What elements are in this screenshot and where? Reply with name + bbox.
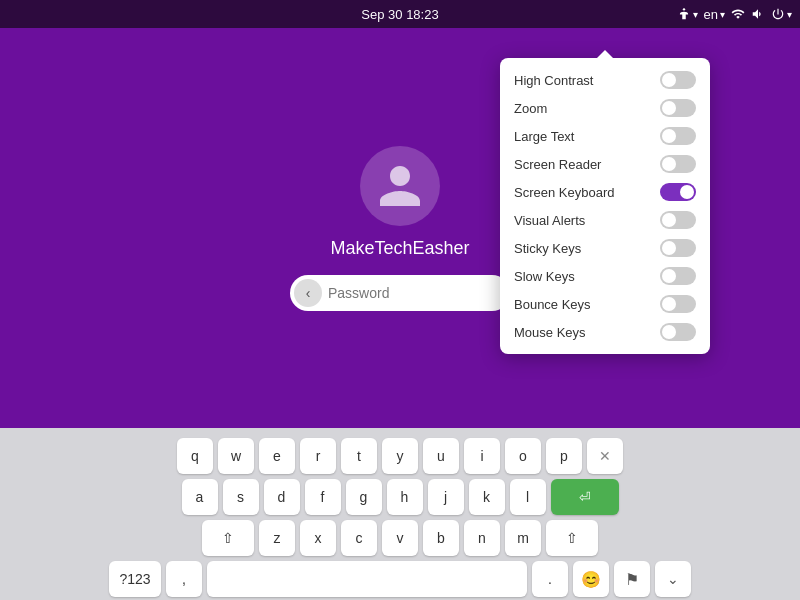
avatar (360, 146, 440, 226)
keyboard-row-4: ?123 , . 😊 ⚑ ⌄ (8, 561, 792, 597)
language-button[interactable]: en ▾ (704, 7, 725, 22)
key-p[interactable]: p (546, 438, 582, 474)
a11y-row-zoom: Zoom (500, 94, 710, 122)
volume-icon[interactable] (751, 7, 765, 21)
key-h[interactable]: h (387, 479, 423, 515)
a11y-toggle-large-text[interactable] (660, 127, 696, 145)
a11y-toggle-slow-keys[interactable] (660, 267, 696, 285)
keyboard-row-3: ⇧ z x c v b n m ⇧ (8, 520, 792, 556)
accessibility-menu-button[interactable]: ▾ (677, 7, 698, 21)
a11y-label-slow-keys: Slow Keys (514, 269, 575, 284)
key-shift-left[interactable]: ⇧ (202, 520, 254, 556)
a11y-toggle-bounce-keys[interactable] (660, 295, 696, 313)
a11y-toggle-zoom[interactable] (660, 99, 696, 117)
keyboard-area: q w e r t y u i o p ✕ a s d f g h j k l … (0, 428, 800, 600)
key-j[interactable]: j (428, 479, 464, 515)
topbar-right: ▾ en ▾ ▾ (677, 7, 792, 22)
key-b[interactable]: b (423, 520, 459, 556)
key-u[interactable]: u (423, 438, 459, 474)
a11y-label-sticky-keys: Sticky Keys (514, 241, 581, 256)
key-i[interactable]: i (464, 438, 500, 474)
key-f[interactable]: f (305, 479, 341, 515)
a11y-label-bounce-keys: Bounce Keys (514, 297, 591, 312)
accessibility-dropdown: High ContrastZoomLarge TextScreen Reader… (500, 58, 710, 354)
key-comma[interactable]: , (166, 561, 202, 597)
username-label: MakeTechEasher (330, 238, 469, 259)
key-shift-right[interactable]: ⇧ (546, 520, 598, 556)
key-s[interactable]: s (223, 479, 259, 515)
key-a[interactable]: a (182, 479, 218, 515)
key-z[interactable]: z (259, 520, 295, 556)
key-e[interactable]: e (259, 438, 295, 474)
key-d[interactable]: d (264, 479, 300, 515)
key-enter[interactable]: ⏎ (551, 479, 619, 515)
a11y-row-large-text: Large Text (500, 122, 710, 150)
key-hide-keyboard[interactable]: ⌄ (655, 561, 691, 597)
a11y-label-screen-keyboard: Screen Keyboard (514, 185, 614, 200)
key-y[interactable]: y (382, 438, 418, 474)
a11y-toggle-screen-reader[interactable] (660, 155, 696, 173)
a11y-toggle-visual-alerts[interactable] (660, 211, 696, 229)
a11y-label-screen-reader: Screen Reader (514, 157, 601, 172)
a11y-label-large-text: Large Text (514, 129, 574, 144)
a11y-row-screen-reader: Screen Reader (500, 150, 710, 178)
key-c[interactable]: c (341, 520, 377, 556)
key-r[interactable]: r (300, 438, 336, 474)
a11y-row-mouse-keys: Mouse Keys (500, 318, 710, 346)
topbar: Sep 30 18:23 ▾ en ▾ ▾ (0, 0, 800, 28)
a11y-row-high-contrast: High Contrast (500, 66, 710, 94)
a11y-toggle-mouse-keys[interactable] (660, 323, 696, 341)
key-v[interactable]: v (382, 520, 418, 556)
key-n[interactable]: n (464, 520, 500, 556)
a11y-label-zoom: Zoom (514, 101, 547, 116)
network-icon[interactable] (731, 7, 745, 21)
key-k[interactable]: k (469, 479, 505, 515)
password-row: ‹ 👁 (290, 275, 510, 311)
key-g[interactable]: g (346, 479, 382, 515)
power-icon[interactable]: ▾ (771, 7, 792, 21)
back-button[interactable]: ‹ (294, 279, 322, 307)
a11y-label-high-contrast: High Contrast (514, 73, 593, 88)
key-emoji[interactable]: 😊 (573, 561, 609, 597)
a11y-row-sticky-keys: Sticky Keys (500, 234, 710, 262)
a11y-row-bounce-keys: Bounce Keys (500, 290, 710, 318)
key-backspace[interactable]: ✕ (587, 438, 623, 474)
a11y-toggle-screen-keyboard[interactable] (660, 183, 696, 201)
a11y-toggle-sticky-keys[interactable] (660, 239, 696, 257)
a11y-row-visual-alerts: Visual Alerts (500, 206, 710, 234)
a11y-toggle-high-contrast[interactable] (660, 71, 696, 89)
key-q[interactable]: q (177, 438, 213, 474)
key-space[interactable] (207, 561, 527, 597)
key-o[interactable]: o (505, 438, 541, 474)
key-x[interactable]: x (300, 520, 336, 556)
key-w[interactable]: w (218, 438, 254, 474)
datetime-label: Sep 30 18:23 (361, 7, 438, 22)
a11y-row-screen-keyboard: Screen Keyboard (500, 178, 710, 206)
key-l[interactable]: l (510, 479, 546, 515)
key-m[interactable]: m (505, 520, 541, 556)
svg-point-0 (682, 8, 684, 10)
keyboard-row-1: q w e r t y u i o p ✕ (8, 438, 792, 474)
keyboard-row-2: a s d f g h j k l ⏎ (8, 479, 792, 515)
key-t[interactable]: t (341, 438, 377, 474)
a11y-label-mouse-keys: Mouse Keys (514, 325, 586, 340)
password-input[interactable] (322, 281, 509, 305)
key-period[interactable]: . (532, 561, 568, 597)
key-flag[interactable]: ⚑ (614, 561, 650, 597)
a11y-label-visual-alerts: Visual Alerts (514, 213, 585, 228)
key-num[interactable]: ?123 (109, 561, 161, 597)
a11y-row-slow-keys: Slow Keys (500, 262, 710, 290)
login-area: MakeTechEasher ‹ 👁 High ContrastZoomLarg… (0, 28, 800, 428)
